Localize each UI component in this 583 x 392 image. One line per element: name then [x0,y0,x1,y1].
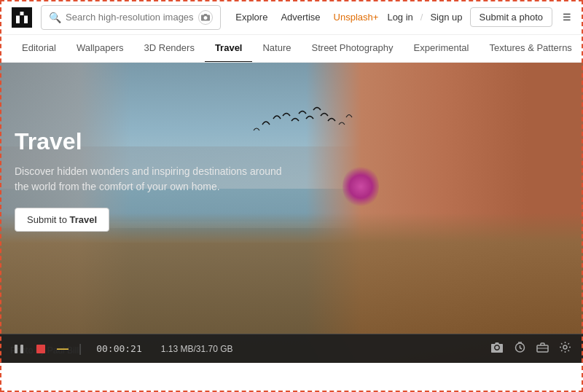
category-textures-patterns[interactable]: Textures & Patterns [479,35,582,63]
stop-button[interactable] [34,342,48,356]
playback-time: 00:00:21 [96,343,142,354]
hero-title: Travel [15,128,292,155]
advertise-link[interactable]: Advertise [281,12,320,23]
timer-icon[interactable] [514,341,526,356]
category-wallpapers[interactable]: Wallpapers [66,35,134,63]
explore-link[interactable]: Explore [235,12,267,23]
search-bar: 🔍 [41,5,221,30]
pause-button[interactable] [12,342,26,356]
svg-point-4 [563,345,567,349]
hero-section: Travel Discover hidden wonders and inspi… [0,63,583,363]
header: 🔍 Explore Advertise Unsplash+ Log in / S… [0,0,583,35]
unsplash-plus-link[interactable]: Unsplash+ [334,12,379,23]
header-nav: Explore Advertise Unsplash+ [235,12,378,23]
hero-overlay: Travel Discover hidden wonders and inspi… [0,63,292,232]
submit-photo-button[interactable]: Submit a photo [470,7,552,27]
slash-separator: / [420,12,423,23]
category-nature[interactable]: Nature [252,35,301,63]
category-3d-renders[interactable]: 3D Renders [134,35,205,63]
category-experimental[interactable]: Experimental [404,35,480,63]
svg-rect-0 [15,345,17,353]
hamburger-menu-icon[interactable]: ☰ [563,12,571,23]
signup-link[interactable]: Sign up [430,12,462,23]
search-input[interactable] [66,12,194,23]
tools-icon[interactable] [536,342,549,356]
category-nav: Editorial Wallpapers 3D Renders Travel N… [0,35,583,63]
playback-icons [490,341,571,356]
playback-bar: — | 00:00:21 1.13 MB/31.70 GB [0,334,583,363]
unsplash-logo[interactable] [12,7,32,28]
category-street-photography[interactable]: Street Photography [302,35,404,63]
marker-button[interactable]: — [55,342,70,356]
snapshot-icon[interactable] [490,342,504,356]
settings-icon[interactable] [559,341,571,356]
login-link[interactable]: Log in [387,12,412,23]
hero-description: Discover hidden wonders and inspiring de… [15,164,292,195]
hero-flowers [343,165,379,208]
svg-rect-1 [20,345,23,353]
header-right: Log in / Sign up Submit a photo ☰ [387,7,571,27]
camera-search-icon[interactable] [198,10,213,25]
submit-travel-button[interactable]: Submit to Travel [15,208,109,232]
category-travel[interactable]: Travel [205,35,253,63]
playback-size: 1.13 MB/31.70 GB [161,344,233,354]
search-icon: 🔍 [49,12,61,23]
category-editorial[interactable]: Editorial [12,35,66,63]
separator-1: | [79,342,82,356]
